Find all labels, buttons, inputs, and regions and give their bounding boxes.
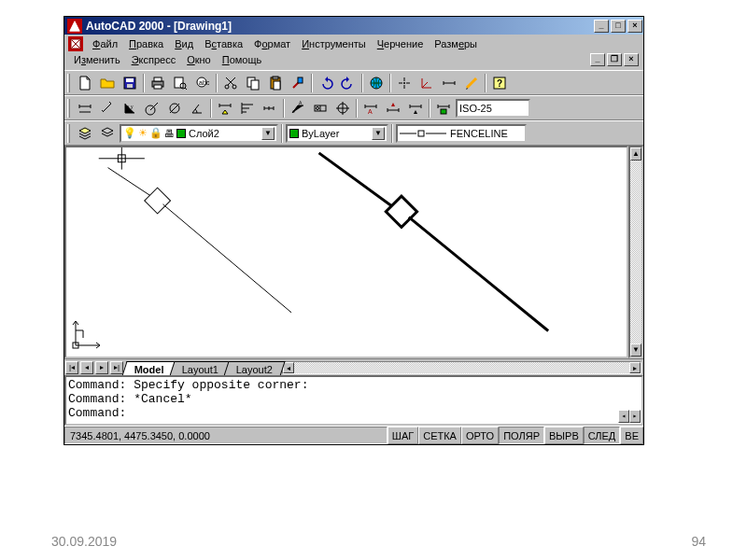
status-otrack[interactable]: СЛЕД [584,427,621,444]
color-swatch [289,129,299,138]
svg-point-13 [233,85,236,89]
toolbar-grip[interactable] [67,99,70,118]
dim-edit-icon[interactable]: A [360,98,381,118]
svg-rect-2 [126,78,134,82]
menu-insert[interactable]: Вставка [199,36,248,51]
mdi-minimize-button[interactable]: _ [590,53,605,66]
globe-icon[interactable] [366,73,387,92]
dimstyle-combo[interactable]: ISO-25 [456,99,530,118]
drawing-area[interactable] [64,146,628,358]
menu-modify[interactable]: Изменить [68,52,126,67]
menu-edit[interactable]: Правка [123,36,169,51]
mdi-restore-button[interactable]: ❐ [607,53,622,66]
tab-last-icon[interactable]: ▸| [110,361,123,374]
scroll-up-icon[interactable]: ▲ [630,147,641,161]
svg-rect-7 [175,77,183,88]
svg-rect-18 [274,81,280,90]
find-icon[interactable]: abc [192,73,213,92]
dim-baseline-icon[interactable] [237,98,258,118]
dim-update-icon[interactable] [405,98,426,118]
scroll-down-icon[interactable]: ▼ [630,343,641,357]
dim-quick-icon[interactable] [215,98,235,118]
status-grid[interactable]: СЕТКА [418,427,461,444]
linetype-value: FENCELINE [450,128,508,139]
linetype-preview-icon [400,129,446,138]
dim-continue-icon[interactable] [260,98,280,118]
paste-icon[interactable] [265,73,286,92]
toolbar-grip[interactable] [67,74,70,92]
status-snap[interactable]: ШАГ [388,427,418,444]
maximize-button[interactable]: □ [611,20,626,33]
status-ortho[interactable]: ОРТО [461,427,499,444]
mdi-doc-icon[interactable] [68,36,83,51]
status-polar[interactable]: ПОЛЯР [499,427,544,444]
new-file-icon[interactable] [75,73,95,92]
slide-number: 94 [691,534,706,549]
save-disk-icon[interactable] [120,73,140,92]
svg-rect-19 [298,77,303,83]
title-bar[interactable]: AutoCAD 2000 - [Drawing1] _ □ × [64,17,643,35]
chevron-down-icon[interactable]: ▼ [261,127,275,140]
layer-combo[interactable]: 💡 ☀ 🔒 🖶 Слой2 ▼ [120,124,278,143]
status-osnap[interactable]: ВЫРВ [544,427,584,444]
menu-draw[interactable]: Черчение [372,36,430,51]
chevron-down-icon[interactable]: ▼ [372,127,385,140]
open-folder-icon[interactable] [97,73,118,92]
vertical-scrollbar[interactable]: ▲ ▼ [628,146,643,358]
undo-icon[interactable] [316,73,336,92]
layer-manager-icon[interactable] [75,123,95,143]
linetype-combo[interactable]: FENCELINE [396,124,527,143]
scissors-icon[interactable] [220,73,241,92]
menu-view[interactable]: Вид [169,36,199,51]
menu-window[interactable]: Окно [181,52,217,67]
menu-help[interactable]: Помощь [217,52,268,67]
tab-first-icon[interactable]: |◂ [65,361,78,374]
tab-layout2[interactable]: Layout2 [223,361,285,376]
dim-radius-icon[interactable] [142,98,162,118]
color-combo[interactable]: ByLayer ▼ [286,124,388,143]
dimstyle-icon[interactable] [433,98,454,118]
ucs-icon[interactable] [416,73,437,92]
layer-prev-icon[interactable] [97,123,118,143]
menu-dim[interactable]: Размеры [429,36,483,51]
dim-diameter-icon[interactable] [164,98,185,118]
redraw-icon[interactable] [461,73,482,92]
menu-file[interactable]: Файл [87,36,123,51]
dim-ordinate-icon[interactable]: x y [120,98,140,118]
minimize-button[interactable]: _ [594,20,609,33]
tab-model[interactable]: Model [121,361,176,376]
tracking-icon[interactable] [394,73,415,92]
match-prop-icon[interactable] [288,73,308,92]
tab-layout1[interactable]: Layout1 [169,361,231,376]
dim-tedit-icon[interactable] [383,98,403,118]
copy-icon[interactable] [243,73,263,92]
dim-leader-icon[interactable]: A [288,98,308,118]
menu-tools[interactable]: Инструменты [296,36,372,51]
close-button[interactable]: × [627,20,642,33]
svg-rect-32 [441,109,446,114]
mdi-close-button[interactable]: × [624,53,639,66]
dim-linear-icon[interactable] [75,98,95,118]
distance-icon[interactable] [439,73,459,92]
printer-icon[interactable] [148,73,168,92]
tab-next-icon[interactable]: ▸ [95,361,108,374]
scroll-right-icon[interactable]: ▸ [629,362,641,373]
dim-tolerance-icon[interactable] [310,98,331,118]
dim-angular-icon[interactable] [187,98,207,118]
dim-center-icon[interactable] [332,98,353,118]
help-icon[interactable]: ? [489,73,510,92]
status-lwt[interactable]: ВЕ [620,427,643,444]
slide-date: 30.09.2019 [51,534,117,549]
dim-aligned-icon[interactable] [97,98,118,118]
command-window[interactable]: Command: Specify opposite corner: Comman… [64,375,643,426]
svg-rect-17 [273,77,278,79]
tab-prev-icon[interactable]: ◂ [80,361,93,374]
redo-icon[interactable] [338,73,359,92]
scroll-left-icon[interactable]: ◂ [618,410,629,423]
print-preview-icon[interactable] [170,73,190,92]
horizontal-scrollbar[interactable]: ◂ ▸ [282,361,641,374]
toolbar-grip[interactable] [67,124,70,143]
scroll-right-icon[interactable]: ▸ [629,410,641,423]
menu-format[interactable]: Формат [248,36,296,51]
menu-express[interactable]: Экспресс [126,52,182,67]
